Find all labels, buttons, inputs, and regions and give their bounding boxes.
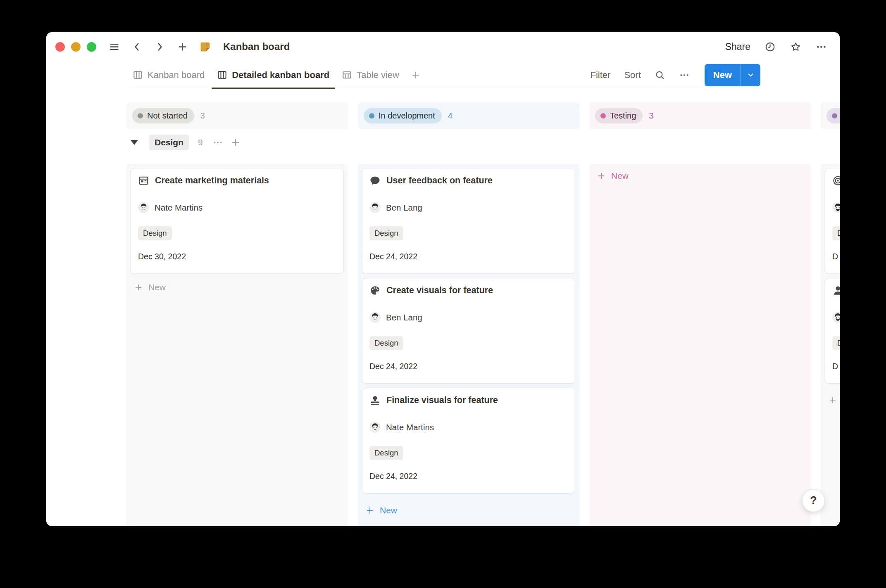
share-button[interactable]: Share [725, 41, 750, 52]
plus-icon [134, 283, 143, 292]
avatar-bearded-man [832, 312, 840, 323]
assignee-name: Ben Lang [386, 313, 422, 322]
card-create-marketing-materials[interactable]: Create marketing materials Nate Martins … [131, 168, 344, 274]
sidebar-menu-icon[interactable] [108, 40, 120, 53]
column-header-not-started: Not started 3 [126, 102, 348, 129]
assignee-name: Nate Martins [386, 422, 434, 432]
plus-icon [828, 396, 837, 405]
more-options-icon[interactable] [815, 40, 827, 53]
lane-testing: New [589, 164, 811, 526]
person-icon [832, 285, 840, 296]
tag-design: Design [369, 336, 403, 350]
group-options-icon[interactable] [212, 137, 223, 148]
avatar-ben-lang [369, 202, 381, 213]
card-partial[interactable]: D D [825, 168, 840, 274]
lane-not-started: Create marketing materials Nate Martins … [126, 164, 348, 526]
speech-bubble-icon [369, 175, 381, 186]
card-create-visuals-for-feature[interactable]: Create visuals for feature Ben Lang Desi… [362, 278, 575, 384]
zoom-window-button[interactable] [87, 42, 96, 52]
filter-button[interactable]: Filter [591, 70, 611, 81]
view-tabs: Kanban board Detailed kanban board Table… [126, 61, 426, 89]
assignee-name: Nate Martins [155, 203, 202, 213]
status-dot-blue [369, 113, 374, 119]
titlebar: Kanban board Share [46, 32, 840, 61]
status-pill-partial[interactable] [826, 108, 840, 123]
collapse-group-icon[interactable] [131, 140, 138, 145]
column-count: 4 [448, 111, 453, 121]
kanban-board: Not started 3 In development 4 Testing 3 [46, 89, 840, 526]
card-finalize-visuals-for-feature[interactable]: Finalize visuals for feature Nate Martin… [362, 388, 575, 493]
new-button[interactable]: New [705, 64, 760, 86]
page-title: Kanban board [223, 41, 290, 52]
lanes: Create marketing materials Nate Martins … [126, 164, 840, 526]
newspaper-icon [138, 175, 149, 186]
new-page-icon[interactable] [176, 40, 188, 53]
tag-design: Design [369, 226, 403, 240]
search-icon[interactable] [655, 70, 665, 81]
column-headers: Not started 3 In development 4 Testing 3 [126, 102, 840, 129]
tag-design: Design [138, 226, 172, 240]
view-controls: Filter Sort New [591, 64, 761, 86]
status-pill-not-started[interactable]: Not started [132, 108, 194, 123]
column-header-testing: Testing 3 [589, 102, 811, 129]
sort-button[interactable]: Sort [624, 70, 641, 81]
tab-detailed-kanban-board[interactable]: Detailed kanban board [211, 61, 336, 89]
card-user-feedback-on-feature[interactable]: User feedback on feature Ben Lang Design… [362, 168, 575, 274]
chevron-down-icon[interactable] [741, 64, 760, 86]
status-dot-purple [832, 113, 837, 119]
palette-icon [369, 285, 381, 296]
plus-icon [597, 171, 606, 180]
new-card-button[interactable] [825, 393, 840, 408]
board-view-icon [217, 70, 227, 80]
favorite-star-icon[interactable] [789, 40, 802, 53]
card-date: Dec 30, 2022 [138, 252, 336, 261]
lane-partial: D D D [821, 164, 840, 526]
tag-design: D [832, 226, 840, 240]
card-title: User feedback on feature [386, 175, 493, 186]
card-title: Create marketing materials [155, 175, 269, 186]
stamp-icon [369, 395, 381, 406]
status-dot-gray [138, 113, 143, 119]
back-icon[interactable] [131, 40, 143, 53]
avatar-bearded-man [832, 202, 840, 213]
tag-design: Design [369, 446, 403, 460]
view-options-icon[interactable] [679, 70, 690, 81]
group-name-pill[interactable]: Design [149, 135, 189, 150]
column-count: 3 [649, 111, 653, 121]
card-date: D [832, 362, 840, 371]
new-button-label[interactable]: New [705, 64, 741, 86]
group-header-design: Design 9 [126, 134, 840, 151]
add-view-button[interactable] [405, 61, 426, 89]
card-date: Dec 24, 2022 [369, 252, 568, 261]
minimize-window-button[interactable] [71, 42, 81, 52]
board-view-icon [133, 70, 143, 80]
new-card-button[interactable]: New [593, 168, 807, 184]
card-date: Dec 24, 2022 [369, 362, 568, 371]
help-button[interactable]: ? [802, 489, 825, 512]
avatar-ben-lang [369, 312, 381, 323]
table-view-icon [342, 70, 352, 80]
tab-table-view[interactable]: Table view [336, 61, 405, 89]
app-window: Kanban board Share Kanban board [46, 32, 840, 526]
card-date: Dec 24, 2022 [369, 472, 568, 481]
column-header-in-development: In development 4 [358, 102, 579, 129]
new-card-button[interactable]: New [131, 280, 344, 295]
close-window-button[interactable] [55, 42, 65, 52]
history-clock-icon[interactable] [764, 40, 776, 53]
target-icon [832, 175, 840, 186]
status-dot-pink [600, 113, 606, 119]
page-note-icon [199, 40, 211, 53]
assignee-name: Ben Lang [386, 203, 422, 213]
group-add-icon[interactable] [230, 137, 241, 148]
card-date: D [832, 252, 840, 261]
status-pill-in-development[interactable]: In development [364, 108, 442, 123]
status-pill-testing[interactable]: Testing [595, 108, 643, 123]
tab-kanban-board[interactable]: Kanban board [126, 61, 211, 89]
new-card-button[interactable]: New [362, 503, 575, 518]
plus-icon [365, 506, 374, 515]
forward-icon[interactable] [153, 40, 166, 53]
traffic-lights [55, 42, 96, 52]
titlebar-nav: Kanban board [108, 40, 290, 53]
card-partial[interactable]: D D [825, 278, 840, 384]
lane-in-development: User feedback on feature Ben Lang Design… [358, 164, 579, 526]
